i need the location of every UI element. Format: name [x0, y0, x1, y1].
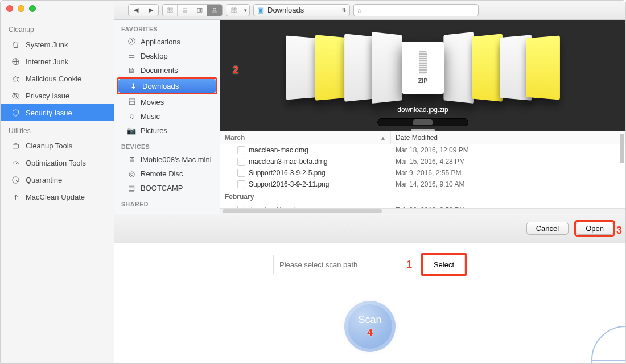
column-date[interactable]: Date Modified	[391, 131, 625, 144]
file-date: Mar 18, 2016, 12:09 PM	[396, 146, 621, 154]
file-row[interactable]: Support2016-3-9-2-5.pngMar 9, 2016, 2:55…	[220, 167, 625, 179]
file-icon	[237, 146, 245, 154]
favorite-pictures[interactable]: 📷Pictures	[117, 123, 217, 137]
file-row[interactable]: download.jpg.zipFeb 26, 2016, 3:58 PM	[220, 204, 625, 208]
favorite-documents[interactable]: 🗎Documents	[117, 63, 217, 77]
sidebar-item-cleanup-tools[interactable]: Cleanup Tools	[1, 137, 114, 154]
coverflow-card[interactable]	[372, 32, 402, 104]
view-coverflow-icon[interactable]	[207, 5, 222, 16]
music-icon: ♫	[127, 111, 136, 121]
coverflow-card[interactable]	[526, 36, 560, 100]
coverflow-card[interactable]	[344, 34, 374, 102]
sidebar-item-system-junk[interactable]: System Junk	[1, 36, 114, 53]
sidebar-item-label: Malicious Cookie	[26, 75, 81, 83]
nav-back-forward[interactable]: ◀ ▶	[128, 4, 159, 16]
scan-button[interactable]: Scan 4	[344, 301, 396, 352]
view-list-icon[interactable]	[178, 5, 192, 16]
downloads-icon: ⬇	[129, 81, 138, 90]
favorite-downloads[interactable]: ⬇Downloads	[118, 79, 216, 93]
favorite-label: Applications	[141, 38, 180, 46]
back-button[interactable]: ◀	[129, 5, 143, 16]
sidebar-heading-tags: TAGS	[114, 209, 220, 214]
favorite-desktop[interactable]: ▭Desktop	[117, 49, 217, 63]
sidebar-section-utilities: Utilities	[1, 121, 114, 137]
sidebar-item-internet-junk[interactable]: Internet Junk	[1, 53, 114, 70]
shield-icon	[11, 108, 20, 117]
open-button[interactable]: Open	[576, 222, 613, 235]
file-row[interactable]: macclean3-mac-beta.dmgMar 15, 2016, 4:28…	[220, 156, 625, 167]
file-row[interactable]: Support2016-3-9-2-11.pngMar 14, 2016, 9:…	[220, 179, 625, 190]
svg-rect-15	[232, 11, 233, 13]
search-field[interactable]: ⌕	[353, 4, 479, 16]
scan-button-label: Scan	[358, 314, 381, 326]
path-dropdown[interactable]: ▣ Downloads ⇅	[253, 4, 350, 16]
bug-icon	[11, 74, 20, 83]
favorite-label: Downloads	[142, 82, 179, 90]
coverflow-filename: download.jpg.zip	[220, 106, 625, 114]
coverflow-card[interactable]	[443, 32, 474, 104]
open-file-dialog: ◀ ▶ ▾ ▣ Downloads ⇅	[114, 1, 625, 243]
app-window: Cleanup System Junk Internet Junk Malici…	[0, 0, 626, 364]
coverflow-card[interactable]	[286, 36, 319, 100]
sort-asc-icon: ▲	[380, 135, 386, 141]
file-date: Mar 9, 2016, 2:55 PM	[396, 169, 621, 177]
sidebar-item-label: Privacy Issue	[26, 92, 69, 100]
select-path-button[interactable]: Select	[423, 255, 465, 274]
view-column-icon[interactable]	[192, 5, 207, 16]
coverflow-card[interactable]	[315, 35, 347, 101]
view-icon-icon[interactable]	[163, 5, 178, 16]
device-mac[interactable]: 🖥iMobie008's Mac mini	[117, 152, 217, 166]
path-dropdown-label: Downloads	[267, 6, 338, 14]
device-bootcamp[interactable]: ▤BOOTCAMP	[117, 181, 217, 195]
column-name[interactable]: March▲	[220, 131, 391, 144]
file-row[interactable]: macclean-mac.dmgMar 18, 2016, 12:09 PM	[220, 144, 625, 156]
device-remote-disc[interactable]: ◎Remote Disc	[117, 167, 217, 180]
favorite-label: Music	[141, 112, 160, 121]
minimize-window-button[interactable]	[18, 5, 24, 12]
sidebar-item-optimization-tools[interactable]: Optimization Tools	[1, 154, 114, 171]
favorite-label: Movies	[141, 98, 164, 106]
device-label: iMobie008's Mac mini	[141, 155, 212, 164]
vertical-scrollbar[interactable]	[620, 134, 624, 163]
svg-rect-12	[213, 8, 216, 11]
view-mode-segmented[interactable]	[162, 4, 223, 16]
forward-button[interactable]: ▶	[143, 5, 158, 16]
app-sidebar: Cleanup System Junk Internet Junk Malici…	[1, 1, 114, 363]
sidebar-item-label: Quarantine	[26, 176, 62, 184]
coverflow-view[interactable]: ZIP download.jpg.zip	[220, 20, 625, 131]
cancel-button[interactable]: Cancel	[526, 222, 569, 235]
svg-point-1	[13, 77, 18, 81]
arrange-menu[interactable]: ▾	[226, 4, 250, 16]
coverflow-scrubber[interactable]	[377, 118, 468, 126]
sidebar-item-quarantine[interactable]: Quarantine	[1, 171, 114, 188]
favorite-label: Desktop	[141, 52, 168, 60]
arrange-icon[interactable]	[226, 5, 241, 16]
list-group: February	[220, 190, 625, 204]
svg-rect-11	[201, 8, 202, 12]
dialog-content: ZIP download.jpg.zip Mar	[220, 20, 625, 214]
sidebar-item-malicious-cookie[interactable]: Malicious Cookie	[1, 70, 114, 87]
zoom-window-button[interactable]	[29, 5, 36, 12]
favorite-music[interactable]: ♫Music	[117, 109, 217, 123]
scrubber-knob[interactable]	[413, 119, 433, 125]
search-input[interactable]	[361, 6, 475, 14]
close-window-button[interactable]	[6, 5, 13, 12]
favorite-applications[interactable]: ⒶApplications	[117, 35, 217, 48]
coverflow-card[interactable]	[472, 34, 503, 102]
chevron-down-icon[interactable]: ▾	[241, 5, 249, 16]
coverflow-front[interactable]: ZIP	[402, 42, 444, 94]
sidebar-item-security-issue[interactable]: Security Issue	[1, 104, 114, 121]
favorite-movies[interactable]: 🎞Movies	[117, 95, 217, 109]
callout-box-1: Select	[421, 253, 467, 276]
sidebar-item-privacy-issue[interactable]: Privacy Issue	[1, 87, 114, 104]
upload-icon	[11, 192, 20, 201]
svg-rect-7	[168, 11, 170, 13]
sidebar-item-macclean-update[interactable]: MacClean Update	[1, 188, 114, 205]
document-icon: 🗎	[127, 65, 136, 75]
device-label: BOOTCAMP	[141, 184, 183, 192]
scan-path-input[interactable]	[273, 255, 421, 274]
horizontal-scrollbar[interactable]	[220, 208, 625, 214]
dialog-footer: Cancel Open	[114, 214, 625, 242]
radar-illustration	[591, 326, 626, 364]
search-icon: ⌕	[357, 6, 361, 14]
